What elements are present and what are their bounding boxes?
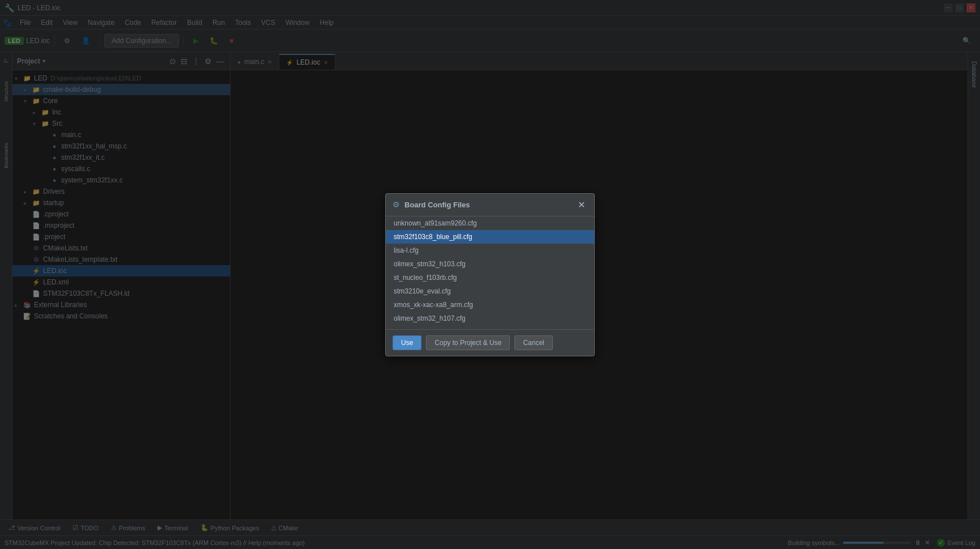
list-item-5[interactable]: stm3210e_eval.cfg — [386, 284, 594, 298]
dialog-icon: ⚙ — [393, 200, 400, 209]
list-item-0[interactable]: unknown_at91sam9260.cfg — [386, 216, 594, 230]
list-item-4[interactable]: st_nucleo_f103rb.cfg — [386, 271, 594, 284]
list-item-8[interactable]: olimex_stm32_h107.cfg — [386, 325, 594, 330]
list-item-3[interactable]: olimex_stm32_h103.cfg — [386, 257, 594, 271]
list-item-1[interactable]: stm32f103c8_blue_pill.cfg — [386, 230, 594, 244]
list-item-7[interactable]: olimex_stm32_h107.cfg — [386, 312, 594, 325]
list-item-2[interactable]: lisa-l.cfg — [386, 244, 594, 257]
dialog-title: Board Config Files — [404, 201, 571, 209]
dialog-list[interactable]: unknown_at91sam9260.cfg stm32f103c8_blue… — [386, 216, 594, 330]
cancel-button[interactable]: Cancel — [514, 335, 552, 350]
copy-to-project-button[interactable]: Copy to Project & Use — [426, 335, 510, 350]
dialog-header: ⚙ Board Config Files ✕ — [386, 194, 594, 216]
modal-overlay: ⚙ Board Config Files ✕ unknown_at91sam92… — [0, 0, 980, 549]
dialog-footer: Use Copy to Project & Use Cancel — [386, 330, 594, 356]
board-config-dialog: ⚙ Board Config Files ✕ unknown_at91sam92… — [385, 193, 595, 356]
use-button[interactable]: Use — [393, 335, 421, 350]
dialog-close-button[interactable]: ✕ — [576, 199, 587, 210]
list-item-6[interactable]: xmos_xk-xac-xa8_arm.cfg — [386, 298, 594, 312]
